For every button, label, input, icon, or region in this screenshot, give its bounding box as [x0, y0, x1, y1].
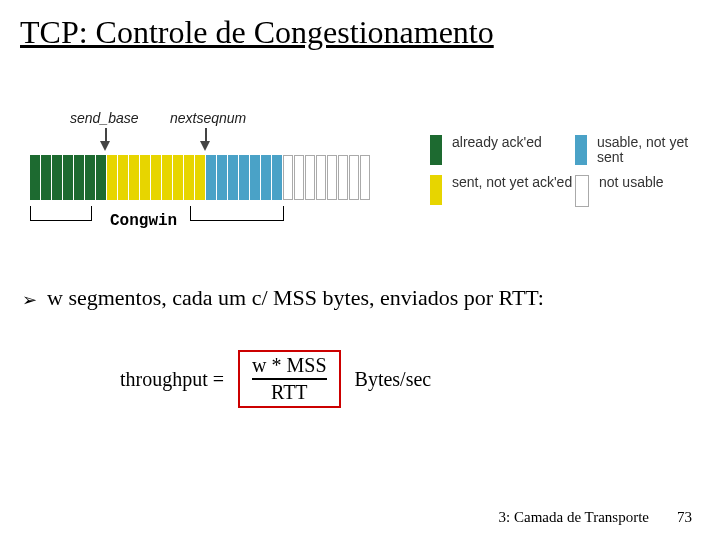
formula-fraction: w * MSS RTT — [238, 350, 340, 408]
footer-page-number: 73 — [677, 509, 692, 526]
bullet-text: w segmentos, cada um c/ MSS bytes, envia… — [47, 285, 544, 311]
formula-numerator: w * MSS — [252, 355, 326, 376]
legend-swatch-acked — [430, 135, 442, 165]
legend-col-2: usable, not yet sent not usable — [575, 135, 690, 215]
legend-swatch-sent — [430, 175, 442, 205]
formula-lhs: throughput = — [120, 368, 224, 391]
congwin-label: Congwin — [110, 212, 177, 230]
legend-swatch-usable — [575, 135, 587, 165]
footer-chapter: 3: Camada de Transporte — [499, 509, 649, 526]
bullet-line: ➢ w segmentos, cada um c/ MSS bytes, env… — [22, 285, 544, 311]
send-window-diagram: send_base nextseqnum Congwin already ack… — [30, 110, 690, 240]
legend-swatch-not-usable — [575, 175, 589, 207]
slide-title: TCP: Controle de Congestionamento — [20, 14, 494, 51]
throughput-formula: throughput = w * MSS RTT Bytes/sec — [120, 350, 431, 408]
window-track — [30, 155, 370, 200]
legend-text-not-usable: not usable — [599, 175, 664, 190]
label-send-base: send_base — [70, 110, 139, 126]
legend-text-acked: already ack'ed — [452, 135, 542, 150]
legend-text-sent: sent, not yet ack'ed — [452, 175, 572, 190]
legend-col-1: already ack'ed sent, not yet ack'ed — [430, 135, 572, 215]
legend-text-usable: usable, not yet sent — [597, 135, 690, 165]
bullet-icon: ➢ — [22, 289, 37, 311]
formula-denominator: RTT — [271, 382, 308, 403]
label-nextseqnum: nextseqnum — [170, 110, 246, 126]
formula-units: Bytes/sec — [355, 368, 432, 391]
slide-footer: 3: Camada de Transporte 73 — [499, 509, 692, 526]
